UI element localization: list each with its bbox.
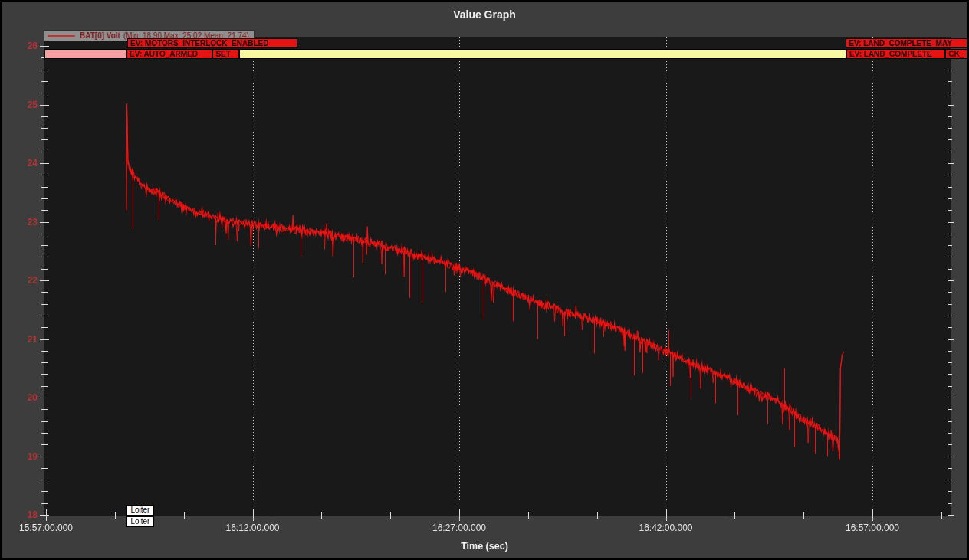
event-bar[interactable]: CK_ [945,49,969,59]
event-bar[interactable]: SET [212,49,238,59]
flight-mode-label[interactable]: Loiter [126,505,154,516]
event-span-bar[interactable] [44,49,126,59]
x-axis-tick-label: 16:57:00.000 [830,522,915,533]
y-axis-tick-label: 24 [10,158,38,169]
y-axis-tick-label: 20 [10,392,38,403]
series-line-swatch [48,35,75,37]
value-graph-window: Value Graph BAT[0] Volt (Min: 18.90 Max:… [0,0,969,560]
y-axis-tick-label: 22 [10,275,38,286]
page-title: Value Graph [2,8,967,21]
x-axis-tick-label: 16:27:00.000 [417,522,501,533]
event-span-bar[interactable] [239,49,846,59]
x-axis-title: Time (sec) [2,541,967,552]
y-axis-tick-label: 26 [10,41,38,51]
event-bar[interactable]: EV: LAND_COMPLETE_MAY [846,38,969,48]
flight-mode-label[interactable]: Loiter [126,516,154,527]
event-bar[interactable]: EV: MOTORS_INTERLOCK_ENABLED [127,38,297,48]
plot-canvas[interactable] [2,2,969,560]
series-label: BAT[0] Volt [80,31,120,40]
x-axis-tick-label: 16:42:00.000 [624,522,708,533]
y-axis-tick-label: 19 [10,451,38,462]
y-axis-tick-label: 25 [10,100,38,110]
event-bar[interactable]: EV: AUTO_ARMED [126,49,212,59]
x-axis-tick-label: 15:57:00.000 [4,522,88,533]
y-axis-tick-label: 23 [10,217,38,228]
y-axis-tick-label: 18 [10,509,38,520]
x-axis-tick-label: 16:12:00.000 [211,522,295,533]
y-axis-tick-label: 21 [10,334,38,345]
event-bar[interactable]: EV: LAND_COMPLETE [846,49,945,59]
